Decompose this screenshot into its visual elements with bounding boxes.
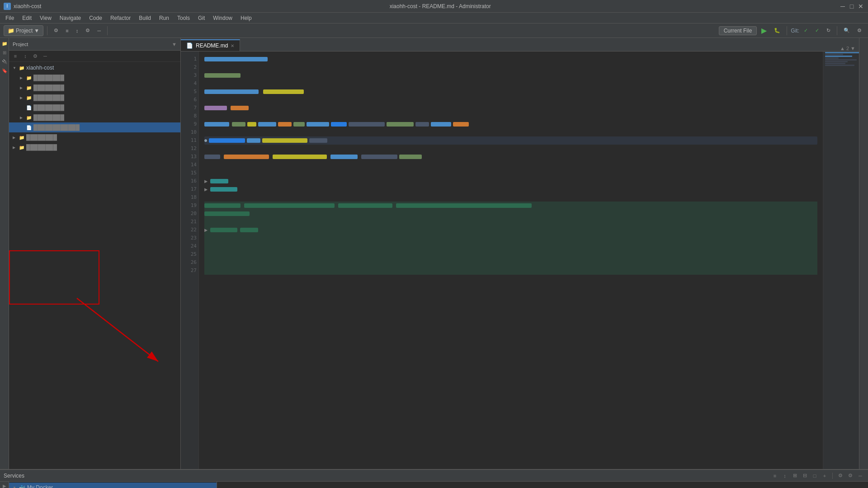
editor-content: 1 2 3 4 5 6 7 8 9 10 11 12 13 14 15 16 1 <box>181 52 859 469</box>
toolbar-settings-btn[interactable]: ⚙ <box>51 25 61 36</box>
line-number-24: 24 <box>183 242 197 250</box>
settings-btn[interactable]: ⚙ <box>854 25 864 36</box>
line-number-26: 26 <box>183 258 197 267</box>
toolbar-list-btn[interactable]: ≡ <box>63 25 71 36</box>
tree-item-selected[interactable]: 📄 ████████████ <box>9 122 180 132</box>
menu-help[interactable]: Help <box>237 14 255 22</box>
tree-item-blurred-6[interactable]: ▶ 📁 ████████ <box>9 132 180 142</box>
tree-item-label: xiaohh-cost <box>26 65 54 71</box>
tree-item-blurred-2[interactable]: ▶ 📁 ████████ <box>9 83 180 93</box>
run-button[interactable]: ▶ <box>759 25 769 36</box>
tree-arrow-7: ▶ <box>13 136 18 140</box>
code-segment <box>361 155 397 159</box>
line-number-18: 18 <box>183 193 197 202</box>
menu-window[interactable]: Window <box>209 14 236 22</box>
menu-run[interactable]: Run <box>156 14 173 22</box>
run-config-label[interactable]: Current File <box>719 26 757 35</box>
search-button[interactable]: 🔍 <box>841 25 853 36</box>
toolbar-separator-3 <box>787 26 787 35</box>
line-number-13: 13 <box>183 153 197 161</box>
toolbar-separator-4 <box>837 26 837 35</box>
tree-item-blurred-3[interactable]: ▶ 📁 ████████ <box>9 93 180 103</box>
tree-item-blurred-4[interactable]: 📄 ████████ <box>9 103 180 113</box>
code-segment <box>204 203 241 208</box>
tab-close-icon[interactable]: ✕ <box>231 43 234 48</box>
code-segment <box>258 122 276 127</box>
menu-git[interactable]: Git <box>194 14 208 22</box>
sidebar-commit-icon[interactable]: ⊞ <box>1 49 8 56</box>
menu-refactor[interactable]: Refactor <box>107 14 134 22</box>
services-tool-4[interactable]: ⊟ <box>801 472 809 480</box>
tab-readme[interactable]: 📄 README.md ✕ <box>181 39 240 51</box>
tree-item-root[interactable]: ▼ 📁 xiaohh-cost <box>9 63 180 73</box>
line-arrow-22: ▶ <box>204 226 208 234</box>
title-bar-project: xiaohh-cost <box>14 3 41 9</box>
code-segment <box>204 89 259 94</box>
menu-navigate[interactable]: Navigate <box>56 14 85 22</box>
services-tool-add[interactable]: + <box>821 472 829 480</box>
bottom-panel-content: ▶ ■ ↺ 🗑 ▼ 🐳 My Docker ▶ 📦 Containers <box>0 482 868 488</box>
bottom-panel-header: Services ≡ ↕ ⊞ ⊟ □ + ⚙ ⚙ ─ <box>0 470 868 482</box>
code-segment <box>210 187 237 192</box>
code-segment <box>224 155 269 159</box>
project-panel-header: Project ▼ <box>9 38 180 51</box>
tree-item-blurred-7[interactable]: ▶ 📁 ████████ <box>9 142 180 152</box>
code-segment <box>210 179 228 183</box>
services-icon-1[interactable]: ▶ <box>3 483 6 488</box>
maximize-button[interactable]: □ <box>848 3 855 10</box>
sidebar-bookmarks-icon[interactable]: 🔖 <box>1 67 8 74</box>
minimize-button[interactable]: ─ <box>839 3 846 10</box>
minimap-line <box>825 65 854 66</box>
editor-area: 📄 README.md ✕ ▲ 2 ▼ 1 2 3 4 5 6 7 8 <box>181 38 859 469</box>
line-numbers: 1 2 3 4 5 6 7 8 9 10 11 12 13 14 15 16 1 <box>181 52 199 469</box>
line-number-20: 20 <box>183 210 197 218</box>
menu-edit[interactable]: Edit <box>19 14 35 22</box>
sidebar-project-icon[interactable]: 📁 <box>1 40 8 47</box>
services-tool-3[interactable]: ⊞ <box>791 472 799 480</box>
menu-build[interactable]: Build <box>135 14 155 22</box>
code-segment <box>210 228 237 232</box>
services-tool-2[interactable]: ↕ <box>781 472 789 480</box>
code-line-14 <box>204 161 817 169</box>
menu-tools[interactable]: Tools <box>174 14 193 22</box>
code-segment <box>232 122 245 127</box>
title-bar: I xiaohh-cost xiaohh-cost - README.md - … <box>0 0 868 13</box>
service-my-docker[interactable]: ▼ 🐳 My Docker <box>9 483 217 488</box>
services-settings-btn[interactable]: ⚙ <box>836 472 844 480</box>
expand-all-btn[interactable]: ↕ <box>21 52 30 61</box>
tree-item-blurred-5[interactable]: ▶ 📁 ████████ <box>9 113 180 122</box>
tree-item-blurred-1[interactable]: ▶ 📁 ████████ <box>9 73 180 83</box>
services-minimize-btn[interactable]: ─ <box>856 472 864 480</box>
settings-panel-btn[interactable]: ⚙ <box>31 52 40 61</box>
line-number-6: 6 <box>183 96 197 104</box>
git-check-button[interactable]: ✓ <box>801 25 811 36</box>
menu-view[interactable]: View <box>36 14 55 22</box>
services-tool-1[interactable]: ≡ <box>771 472 779 480</box>
services-gear-btn[interactable]: ⚙ <box>846 472 854 480</box>
line-marker: ● <box>204 136 207 145</box>
sidebar-plugins-icon[interactable]: 🔌 <box>1 58 8 65</box>
code-line-11: ● <box>204 136 817 145</box>
toolbar-minus-btn[interactable]: ─ <box>94 25 104 36</box>
minimap-line <box>825 57 839 59</box>
menu-code[interactable]: Code <box>85 14 106 22</box>
close-button[interactable]: ✕ <box>857 3 864 10</box>
git-label: Git: <box>791 28 799 34</box>
debug-button[interactable]: 🐛 <box>771 25 783 36</box>
tree-item-label-2: ████████ <box>33 75 64 81</box>
line-number-23: 23 <box>183 234 197 242</box>
toolbar-sort-btn[interactable]: ↕ <box>73 25 81 36</box>
menu-file[interactable]: File <box>2 14 18 22</box>
line-arrow-16: ▶ <box>204 177 208 185</box>
git-check2-button[interactable]: ✓ <box>812 25 822 36</box>
project-selector[interactable]: 📁 Project ▼ <box>4 25 43 36</box>
git-refresh-button[interactable]: ↻ <box>824 25 833 36</box>
services-tool-5[interactable]: □ <box>811 472 819 480</box>
tree-arrow-5: ▶ <box>20 116 25 120</box>
code-line-10 <box>204 128 817 136</box>
close-panel-btn[interactable]: ─ <box>41 52 50 61</box>
code-area[interactable]: ● <box>199 52 823 469</box>
collapse-all-btn[interactable]: ≡ <box>11 52 20 61</box>
toolbar-gear-btn[interactable]: ⚙ <box>83 25 93 36</box>
code-line-26 <box>204 258 817 267</box>
